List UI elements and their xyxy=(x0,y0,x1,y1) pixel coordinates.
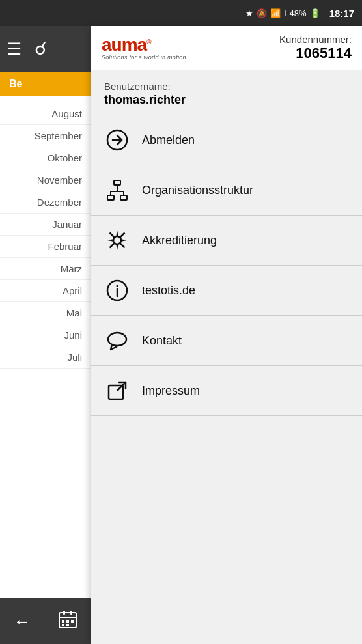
sidebar-month-item[interactable]: Oktober xyxy=(0,147,91,169)
impressum-label: Impressum xyxy=(142,384,200,398)
testotis-icon xyxy=(104,277,130,303)
customer-number: 1065114 xyxy=(279,45,352,62)
svg-rect-11 xyxy=(114,180,120,185)
bottom-bar: ← xyxy=(0,598,91,644)
username-label: Benutzername: xyxy=(104,81,349,92)
overlay-header: auma® Solutions for a world in motion Ku… xyxy=(91,26,362,70)
menu-item-testotis[interactable]: testotis.de xyxy=(91,266,362,316)
svg-rect-13 xyxy=(120,195,127,200)
organisationsstruktur-label: Organisationsstruktur xyxy=(142,184,253,197)
status-time: 18:17 xyxy=(329,8,354,19)
sidebar-month-item[interactable]: März xyxy=(0,258,91,280)
svg-rect-5 xyxy=(66,620,69,623)
sidebar-month-item[interactable]: Januar xyxy=(0,214,91,236)
kontakt-label: Kontakt xyxy=(142,334,182,348)
organisationsstruktur-icon xyxy=(104,177,130,203)
calendar-button[interactable] xyxy=(58,609,77,634)
bluetooth-icon: ★ xyxy=(245,8,253,18)
menu-item-impressum[interactable]: Impressum xyxy=(91,366,362,416)
customer-info: Kundennummer: 1065114 xyxy=(279,34,352,62)
testotis-label: testotis.de xyxy=(142,284,195,298)
svg-point-20 xyxy=(117,285,118,287)
svg-point-22 xyxy=(108,333,126,346)
status-icons: ★ 🔕 📶 Ⅰ 48% 🔋 xyxy=(245,8,320,18)
sidebar-month-item[interactable]: Mai xyxy=(0,302,91,324)
akkreditierung-label: Akkreditierung xyxy=(142,234,217,247)
sidebar-month-item[interactable]: Dezember xyxy=(0,191,91,214)
back-button[interactable]: ← xyxy=(14,611,31,632)
svg-rect-7 xyxy=(62,624,64,626)
user-section: Benutzername: thomas.richter xyxy=(91,70,362,115)
sidebar-month-item[interactable]: Juli xyxy=(0,346,91,369)
menu-items: Abmelden Organisationsstruktur Akkrediti… xyxy=(91,115,362,416)
battery-icon: 🔋 xyxy=(310,8,320,18)
menu-item-abmelden[interactable]: Abmelden xyxy=(91,115,362,165)
menu-item-akkreditierung[interactable]: Akkreditierung xyxy=(91,216,362,266)
battery-text: 48% xyxy=(290,8,307,18)
svg-rect-12 xyxy=(107,195,114,200)
search-icon[interactable]: ☌ xyxy=(35,40,47,58)
menu-item-organisationsstruktur[interactable]: Organisationsstruktur xyxy=(91,165,362,216)
logo: auma® xyxy=(102,36,186,54)
status-bar: ★ 🔕 📶 Ⅰ 48% 🔋 18:17 xyxy=(0,0,362,26)
abmelden-icon xyxy=(104,127,130,153)
overlay-panel: auma® Solutions for a world in motion Ku… xyxy=(91,26,362,644)
svg-point-18 xyxy=(113,236,121,244)
logo-area: auma® Solutions for a world in motion xyxy=(102,36,186,61)
kontakt-icon xyxy=(104,328,130,354)
impressum-icon xyxy=(104,378,130,404)
sidebar-be-button[interactable]: Be xyxy=(0,72,91,96)
sidebar: Be AugustSeptemberOktoberNovemberDezembe… xyxy=(0,72,91,644)
menu-item-kontakt[interactable]: Kontakt xyxy=(91,316,362,366)
svg-rect-3 xyxy=(70,611,72,615)
svg-rect-6 xyxy=(71,620,74,623)
sidebar-month-item[interactable]: April xyxy=(0,280,91,302)
svg-rect-2 xyxy=(63,611,65,615)
sidebar-month-item[interactable]: Juni xyxy=(0,324,91,346)
customer-label: Kundennummer: xyxy=(279,34,352,45)
sidebar-months: AugustSeptemberOktoberNovemberDezemberJa… xyxy=(0,103,91,369)
sidebar-month-item[interactable]: Februar xyxy=(0,236,91,258)
svg-rect-4 xyxy=(62,620,64,623)
mute-icon: 🔕 xyxy=(257,8,267,18)
sidebar-month-item[interactable]: September xyxy=(0,125,91,147)
menu-icon[interactable]: ☰ xyxy=(7,40,21,57)
sidebar-month-item[interactable]: August xyxy=(0,103,91,125)
svg-rect-8 xyxy=(66,624,69,626)
username-value: thomas.richter xyxy=(104,93,349,107)
sidebar-month-item[interactable]: November xyxy=(0,169,91,191)
akkreditierung-icon xyxy=(104,227,130,253)
signal-icon: Ⅰ xyxy=(284,8,286,18)
abmelden-label: Abmelden xyxy=(142,133,195,147)
wifi-icon: 📶 xyxy=(270,8,281,18)
logo-subtitle: Solutions for a world in motion xyxy=(102,54,186,61)
